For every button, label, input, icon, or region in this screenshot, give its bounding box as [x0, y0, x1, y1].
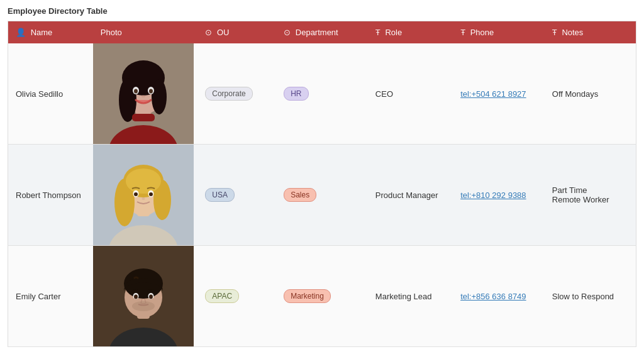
ou-tag[interactable]: USA: [205, 188, 235, 202]
filter-icon-notes: Ŧ: [552, 28, 557, 37]
employee-photo: [93, 43, 194, 144]
cell-name-1: Robert Thompson: [8, 145, 93, 246]
filter-icon-role: Ŧ: [375, 28, 380, 37]
phone-link[interactable]: tel:+856 636 8749: [460, 292, 526, 301]
employee-name: Robert Thompson: [16, 191, 81, 200]
employee-photo: [93, 246, 194, 346]
role-text: Marketing Lead: [375, 292, 432, 301]
svg-point-26: [149, 192, 153, 196]
link-icon-ou: ⊙: [205, 28, 212, 37]
cell-name-2: Emily Carter: [8, 246, 93, 347]
table-title: Employee Directory Table: [8, 6, 636, 16]
cell-photo-0: [93, 43, 198, 145]
cell-role-0: CEO: [368, 43, 453, 145]
employee-photo: [93, 145, 194, 245]
ou-tag[interactable]: Corporate: [205, 87, 252, 101]
person-icon: 👤: [16, 28, 26, 37]
svg-point-7: [152, 79, 167, 114]
cell-notes-2: Slow to Respond: [545, 246, 636, 347]
cell-name-0: Olivia Sedillo: [8, 43, 93, 145]
page-container: Employee Directory Table 👤 Name Photo ⊙ …: [0, 0, 644, 353]
col-header-phone[interactable]: Ŧ Phone: [453, 21, 545, 44]
employee-name: Olivia Sedillo: [16, 89, 63, 99]
cell-dept-0: HR: [276, 43, 368, 145]
col-header-role[interactable]: Ŧ Role: [368, 21, 453, 44]
svg-point-36: [134, 295, 138, 299]
svg-point-12: [142, 95, 145, 97]
employee-directory-table: 👤 Name Photo ⊙ OU ⊙ Department Ŧ Role: [8, 21, 636, 347]
role-text: CEO: [375, 89, 393, 99]
svg-point-27: [142, 197, 145, 200]
table-row: Emily Carter: [8, 246, 636, 347]
cell-notes-1: Part TimeRemote Worker: [545, 145, 636, 246]
cell-ou-0: Corporate: [197, 43, 276, 145]
department-tag[interactable]: HR: [284, 87, 308, 101]
cell-phone-1: tel:+810 292 9388: [453, 145, 545, 246]
svg-point-11: [149, 89, 153, 94]
cell-ou-2: APAC: [197, 246, 276, 347]
cell-dept-1: Sales: [276, 145, 368, 246]
cell-phone-0: tel:+504 621 8927: [453, 43, 545, 145]
notes-text: Part TimeRemote Worker: [552, 185, 609, 204]
phone-link[interactable]: tel:+504 621 8927: [460, 89, 526, 99]
svg-rect-13: [132, 114, 155, 121]
notes-text: Off Mondays: [552, 89, 598, 99]
link-icon-dept: ⊙: [284, 28, 291, 37]
phone-link[interactable]: tel:+810 292 9388: [460, 191, 526, 200]
col-header-photo[interactable]: Photo: [93, 21, 198, 44]
svg-point-38: [132, 301, 155, 311]
col-header-name[interactable]: 👤 Name: [8, 21, 93, 44]
cell-role-2: Marketing Lead: [368, 246, 453, 347]
cell-photo-2: [93, 246, 198, 347]
svg-point-25: [134, 192, 138, 196]
employee-name: Emily Carter: [16, 292, 61, 301]
table-header-row: 👤 Name Photo ⊙ OU ⊙ Department Ŧ Role: [8, 21, 636, 44]
department-tag[interactable]: Marketing: [284, 289, 331, 303]
svg-point-10: [134, 89, 138, 94]
department-tag[interactable]: Sales: [284, 188, 316, 202]
notes-text: Slow to Respond: [552, 292, 614, 301]
cell-dept-2: Marketing: [276, 246, 368, 347]
cell-photo-1: [93, 145, 198, 246]
cell-role-1: Product Manager: [368, 145, 453, 246]
cell-phone-2: tel:+856 636 8749: [453, 246, 545, 347]
ou-tag[interactable]: APAC: [205, 289, 239, 303]
col-header-notes[interactable]: Ŧ Notes: [545, 21, 636, 44]
cell-notes-0: Off Mondays: [545, 43, 636, 145]
cell-ou-1: USA: [197, 145, 276, 246]
svg-point-22: [126, 168, 161, 194]
col-header-ou[interactable]: ⊙ OU: [197, 21, 276, 44]
col-header-department[interactable]: ⊙ Department: [276, 21, 368, 44]
role-text: Product Manager: [375, 191, 438, 200]
filter-icon-phone: Ŧ: [460, 28, 465, 37]
table-row: Robert Thompson: [8, 145, 636, 246]
table-row: Olivia Sedillo: [8, 43, 636, 145]
svg-point-37: [149, 295, 153, 299]
